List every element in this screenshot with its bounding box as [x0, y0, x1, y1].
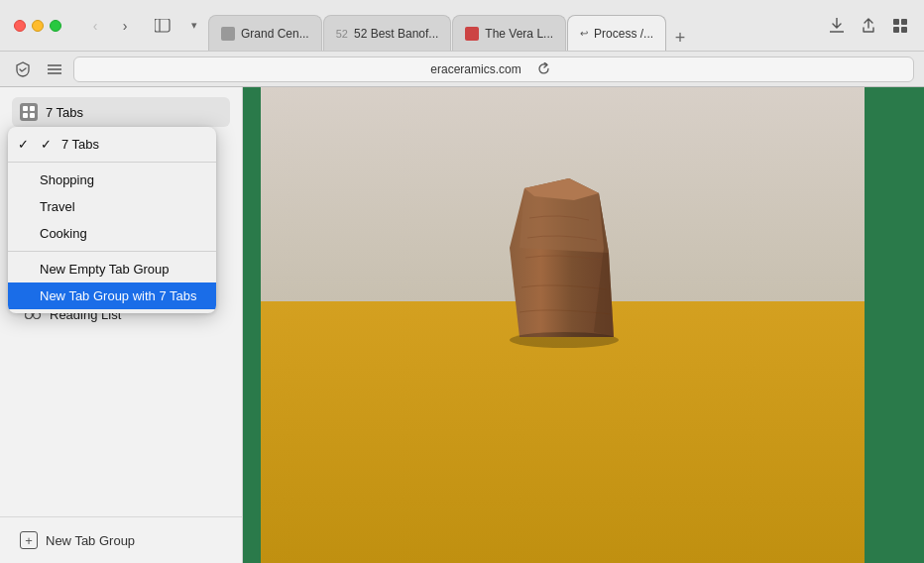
sidebar-icon: [155, 19, 171, 33]
new-tab-button[interactable]: +: [667, 25, 693, 51]
download-icon: [830, 18, 844, 34]
dropdown-item-label: New Empty Tab Group: [40, 262, 170, 277]
tab-back-icon: ↩: [580, 28, 588, 39]
toolbar-right: [813, 12, 924, 40]
reload-button[interactable]: [531, 56, 557, 82]
shield-button[interactable]: [10, 56, 36, 82]
address-bar[interactable]: eraceramics.com: [73, 56, 914, 82]
svg-point-27: [510, 332, 619, 348]
ceramics-background: [243, 87, 924, 563]
tab-vera[interactable]: The Vera L...: [452, 15, 566, 51]
group-icon: [20, 103, 38, 121]
sidebar-toggle-button[interactable]: [149, 12, 176, 40]
hamburger-icon: [48, 63, 61, 75]
tab-group-dropdown: ✓ 7 Tabs Shopping Travel Cooking New Emp…: [8, 127, 216, 313]
dropdown-item-label: Travel: [40, 199, 75, 214]
reload-icon: [537, 62, 550, 75]
tab-label: Grand Cen...: [241, 27, 309, 41]
new-tab-group-button[interactable]: + New Tab Group: [12, 525, 230, 555]
tab-best-banof[interactable]: 52 52 Best Banof...: [323, 15, 452, 51]
sidebar: 7 Tabs Tab Groups Shopping: [0, 87, 243, 563]
grid-icon: [893, 19, 907, 33]
addressbar-row: eraceramics.com: [0, 52, 924, 87]
svg-rect-10: [30, 106, 35, 111]
tab-label: The Vera L...: [485, 27, 553, 41]
content-area: [243, 87, 924, 563]
shield-icon: [16, 61, 30, 77]
current-group-button[interactable]: 7 Tabs: [12, 97, 230, 127]
dropdown-item-label: New Tab Group with 7 Tabs: [40, 288, 197, 303]
nav-buttons: ‹ ›: [75, 12, 145, 40]
green-left-bar: [243, 87, 261, 563]
tabs-grid-icon: [23, 106, 35, 118]
clay-object-svg: [490, 159, 648, 357]
main-layout: 7 Tabs Tab Groups Shopping: [0, 87, 924, 563]
tab-process[interactable]: ↩ Process /...: [567, 15, 666, 51]
url-text: eraceramics.com: [430, 62, 520, 76]
tab-group-dropdown-button[interactable]: ▾: [180, 12, 208, 40]
plus-icon: +: [20, 531, 38, 549]
titlebar: ‹ › ▾ Grand Cen... 52 52 Best Banof... T…: [0, 0, 924, 52]
tab-label: 52 Best Banof...: [354, 27, 438, 41]
tabs-container: Grand Cen... 52 52 Best Banof... The Ver…: [208, 0, 813, 51]
traffic-lights: [0, 20, 75, 32]
orange-center: [261, 87, 865, 563]
dropdown-item-travel[interactable]: Travel: [8, 193, 216, 220]
dropdown-divider-2: [8, 251, 216, 252]
tab-label: Process /...: [594, 27, 653, 41]
dropdown-item-new-with-tabs[interactable]: New Tab Group with 7 Tabs: [8, 282, 216, 309]
forward-button[interactable]: ›: [111, 12, 139, 40]
svg-rect-0: [155, 19, 170, 32]
dropdown-item-7tabs[interactable]: ✓ 7 Tabs: [8, 131, 216, 158]
current-group-label: 7 Tabs: [46, 105, 83, 120]
dropdown-item-new-empty[interactable]: New Empty Tab Group: [8, 256, 216, 282]
tab-favicon: [465, 27, 479, 41]
dropdown-item-cooking[interactable]: Cooking: [8, 220, 216, 247]
svg-rect-9: [23, 106, 28, 111]
new-tab-group-label: New Tab Group: [46, 533, 135, 548]
close-button[interactable]: [14, 20, 26, 32]
dropdown-checkmark: ✓: [41, 137, 52, 152]
green-right-bar: [865, 87, 924, 563]
maximize-button[interactable]: [50, 20, 61, 32]
dropdown-item-label: Cooking: [40, 226, 87, 241]
dropdown-divider: [8, 162, 216, 163]
svg-rect-4: [893, 27, 899, 33]
sidebar-footer: + New Tab Group: [0, 516, 242, 563]
tab-favicon: [221, 27, 235, 41]
download-button[interactable]: [823, 12, 851, 40]
back-button[interactable]: ‹: [81, 12, 109, 40]
share-icon: [862, 18, 875, 34]
dropdown-item-label: Shopping: [40, 172, 94, 187]
svg-rect-12: [30, 113, 35, 118]
dropdown-item-shopping[interactable]: Shopping: [8, 167, 216, 193]
minimize-button[interactable]: [32, 20, 44, 32]
share-button[interactable]: [855, 12, 882, 40]
svg-rect-2: [893, 19, 899, 25]
svg-rect-11: [23, 113, 28, 118]
tab-grand-cen[interactable]: Grand Cen...: [208, 15, 322, 51]
grid-button[interactable]: [886, 12, 914, 40]
svg-rect-3: [901, 19, 907, 25]
svg-rect-5: [901, 27, 907, 33]
hamburger-button[interactable]: [42, 56, 67, 82]
tab-number-icon: 52: [336, 28, 348, 40]
dropdown-item-label: 7 Tabs: [61, 137, 99, 152]
